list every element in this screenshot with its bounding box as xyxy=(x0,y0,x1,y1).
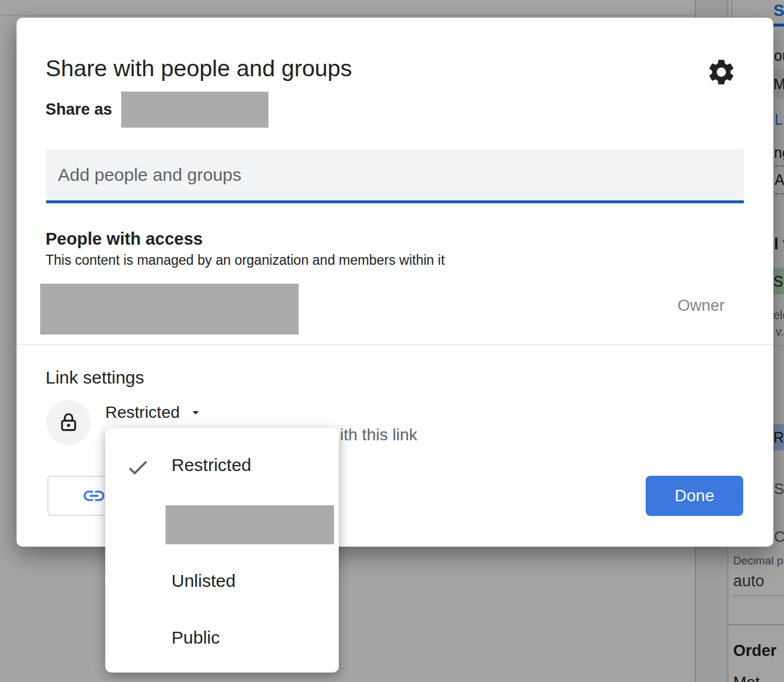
add-people-input[interactable] xyxy=(46,149,744,203)
dialog-divider xyxy=(17,344,773,345)
redacted-option-value xyxy=(166,505,334,544)
link-settings-heading: Link settings xyxy=(46,368,144,388)
menu-option-unlisted[interactable]: Unlisted xyxy=(105,563,339,602)
check-icon xyxy=(125,455,150,480)
lock-icon xyxy=(57,411,80,434)
link-icon xyxy=(82,483,106,508)
menu-option-restricted[interactable]: Restricted xyxy=(105,447,339,486)
share-settings-button[interactable] xyxy=(706,57,737,87)
screen: S ou My LE ng Ac l f Su ele v. Re Sh Co … xyxy=(0,0,784,682)
dialog-title: Share with people and groups xyxy=(46,56,352,82)
link-hint-text-fragment: ith this link xyxy=(340,426,417,444)
menu-option-label: Public xyxy=(171,628,220,648)
menu-option-label: Restricted xyxy=(171,455,251,475)
owner-row-redacted xyxy=(40,284,299,334)
menu-option-label: Unlisted xyxy=(171,571,235,591)
gear-icon xyxy=(706,57,737,87)
link-access-dropdown[interactable]: Restricted xyxy=(105,403,203,422)
menu-option-redacted[interactable] xyxy=(105,505,339,544)
owner-role-label: Owner xyxy=(678,297,725,315)
people-with-access-heading: People with access xyxy=(46,229,203,249)
link-access-menu: Restricted Unlisted Public xyxy=(105,428,339,673)
org-managed-note: This content is managed by an organizati… xyxy=(46,252,445,268)
done-button[interactable]: Done xyxy=(646,476,743,516)
link-access-value: Restricted xyxy=(105,403,180,422)
share-as-label: Share as xyxy=(46,100,112,119)
chevron-down-icon xyxy=(188,405,203,420)
menu-option-public[interactable]: Public xyxy=(105,619,339,658)
share-as-redacted-value[interactable] xyxy=(121,92,268,128)
link-access-avatar xyxy=(46,400,91,445)
